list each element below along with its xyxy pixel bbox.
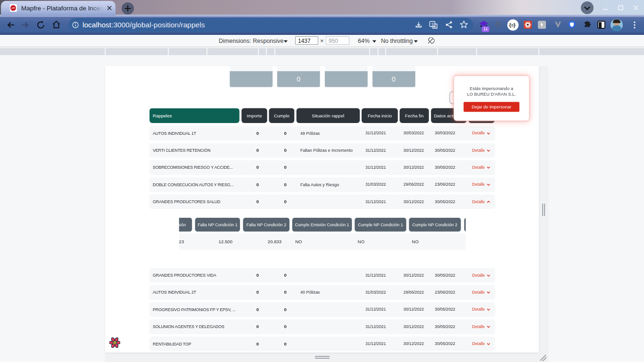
svg-text:A: A: [434, 25, 436, 28]
